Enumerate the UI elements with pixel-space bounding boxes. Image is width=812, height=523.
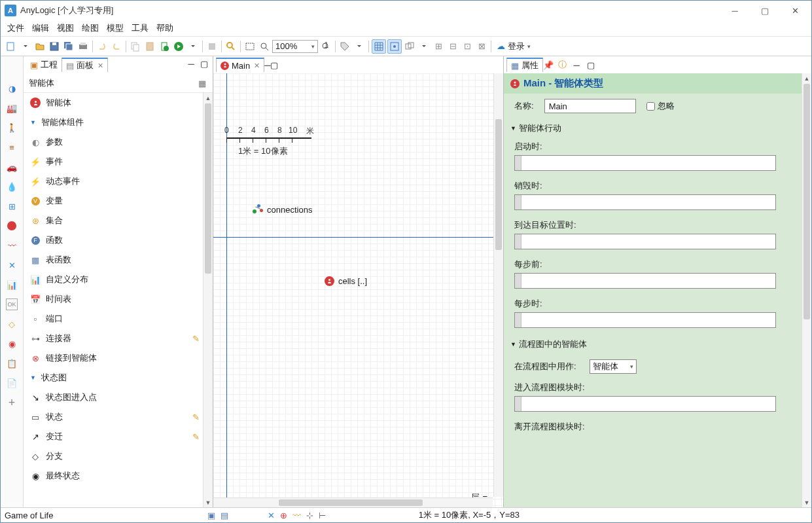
- undo-button[interactable]: [96, 39, 109, 54]
- tag-dropdown[interactable]: [353, 39, 366, 54]
- menu-draw[interactable]: 绘图: [82, 22, 99, 34]
- panel-min-icon[interactable]: ─: [186, 59, 196, 69]
- properties-scrollbar[interactable]: ▲▼: [802, 73, 811, 507]
- zoom-combo[interactable]: 100%▾: [272, 40, 318, 53]
- pin-icon[interactable]: 📌: [543, 60, 552, 70]
- tab-projects[interactable]: ▣工程: [26, 58, 62, 72]
- cells-object[interactable]: cells [..]: [325, 276, 367, 286]
- save-all-button[interactable]: [62, 39, 75, 54]
- rail-pedestrian-icon[interactable]: 🚶: [6, 122, 18, 134]
- close-tab-icon[interactable]: ✕: [254, 62, 260, 70]
- copy-button[interactable]: [129, 39, 142, 54]
- beforestep-input[interactable]: [514, 273, 776, 289]
- guides-button[interactable]: [403, 39, 416, 54]
- print-button[interactable]: [77, 39, 90, 54]
- stop-button[interactable]: [205, 39, 219, 54]
- rail-agent-icon[interactable]: [6, 220, 18, 232]
- palette-item-dynevent[interactable]: ⚡动态事件: [24, 171, 213, 191]
- canvas-v-scrollbar[interactable]: [493, 73, 503, 497]
- paste-button[interactable]: [143, 39, 156, 54]
- build-button[interactable]: [158, 39, 171, 54]
- tab-main[interactable]: Main✕: [216, 58, 264, 72]
- sb-console-icon[interactable]: ▣: [207, 511, 215, 520]
- minimize-button[interactable]: ─: [720, 1, 750, 20]
- palette-item-final[interactable]: ◉最终状态: [24, 466, 213, 486]
- run-button[interactable]: [172, 39, 185, 54]
- edit-icon[interactable]: ✎: [192, 334, 200, 344]
- panel-max-icon[interactable]: ▢: [200, 59, 209, 69]
- palette-item-branch[interactable]: ◇分支: [24, 446, 213, 466]
- menu-tools[interactable]: 工具: [132, 22, 149, 34]
- menu-edit[interactable]: 编辑: [32, 22, 49, 34]
- zoom-region-button[interactable]: [258, 39, 271, 54]
- group-button[interactable]: ⊡: [461, 39, 474, 54]
- close-tab-icon[interactable]: ✕: [97, 62, 103, 70]
- palette-section-statechart[interactable]: ▼状态图: [24, 368, 213, 388]
- rail-state-icon[interactable]: ◉: [6, 338, 18, 350]
- canvas[interactable]: ▶ ▼ 0 2 4 6 8 10 米 1米 = 10像素 connections: [213, 73, 503, 507]
- panel-max-icon[interactable]: ▢: [586, 60, 595, 70]
- tab-properties[interactable]: ▦属性: [506, 58, 543, 72]
- grid-toggle[interactable]: [372, 39, 386, 54]
- palette-item-entry[interactable]: ↘状态图进入点: [24, 388, 213, 407]
- zoom-actual-button[interactable]: 1: [319, 39, 332, 54]
- connections-object[interactable]: connections: [253, 204, 312, 215]
- palette-item-transition[interactable]: ↗变迁✎: [24, 427, 213, 446]
- palette-section-components[interactable]: ▼智能体组件: [24, 113, 213, 132]
- sb-line-icon[interactable]: 〰: [292, 511, 301, 520]
- rail-space-icon[interactable]: ✕: [6, 259, 18, 271]
- tag-button[interactable]: [338, 39, 351, 54]
- new-dropdown[interactable]: [19, 39, 32, 54]
- guides-dropdown[interactable]: [417, 39, 431, 54]
- rail-presentation-icon[interactable]: 〰: [6, 240, 18, 251]
- onstart-input[interactable]: [514, 155, 776, 171]
- palette-item-link[interactable]: ⊗链接到智能体: [24, 348, 213, 368]
- rail-road-icon[interactable]: 🚗: [6, 161, 18, 173]
- edit-icon[interactable]: ✎: [192, 432, 200, 442]
- open-button[interactable]: [33, 39, 46, 54]
- rail-controls-icon[interactable]: OK: [6, 298, 18, 310]
- rail-system-icon[interactable]: ⊞: [6, 200, 18, 212]
- tab-palette[interactable]: ▤面板✕: [62, 58, 108, 72]
- use-as-combo[interactable]: 智能体▾: [590, 359, 637, 374]
- rail-analysis-icon[interactable]: 📊: [6, 279, 18, 291]
- palette-item-customdist[interactable]: 📊自定义分布: [24, 270, 213, 289]
- canvas-h-scrollbar[interactable]: [213, 497, 493, 507]
- palette-scrollbar[interactable]: ▲▼: [203, 93, 213, 507]
- palette-item-tablefunc[interactable]: ▦表函数: [24, 250, 213, 270]
- snap-toggle[interactable]: [387, 39, 402, 54]
- rail-action-icon[interactable]: 📋: [6, 357, 18, 369]
- ungroup-button[interactable]: ⊠: [475, 39, 488, 54]
- name-input[interactable]: [544, 99, 636, 113]
- palette-item-parameter[interactable]: ◐参数: [24, 132, 213, 152]
- palette-item-agent[interactable]: 智能体: [24, 93, 213, 113]
- menu-file[interactable]: 文件: [7, 22, 24, 34]
- rail-picture-icon[interactable]: 📄: [6, 377, 18, 389]
- onarrival-input[interactable]: [514, 234, 776, 249]
- palette-item-variable[interactable]: V变量: [24, 191, 213, 211]
- section-flowchart[interactable]: ▼流程图中的智能体: [504, 334, 811, 354]
- edit-icon[interactable]: ✎: [192, 412, 200, 422]
- rail-add-icon[interactable]: +: [6, 397, 18, 408]
- section-agent-actions[interactable]: ▼智能体行动: [504, 118, 811, 138]
- run-dropdown[interactable]: [186, 39, 200, 54]
- palette-item-state[interactable]: ▭状态✎: [24, 407, 213, 427]
- ondestroy-input[interactable]: [514, 194, 776, 210]
- sb-agent-icon[interactable]: ⊕: [280, 511, 287, 520]
- distribute-button[interactable]: ⊟: [446, 39, 459, 54]
- menu-view[interactable]: 视图: [57, 22, 74, 34]
- rail-process-icon[interactable]: ◑: [6, 82, 18, 94]
- rail-factory-icon[interactable]: 🏭: [6, 102, 18, 114]
- sb-problems-icon[interactable]: ▤: [221, 511, 228, 520]
- sb-nav-icon[interactable]: ✕: [268, 511, 275, 520]
- menu-help[interactable]: 帮助: [156, 22, 173, 34]
- panel-max-icon[interactable]: ▢: [270, 60, 278, 70]
- new-button[interactable]: [5, 39, 18, 54]
- rail-connect-icon[interactable]: ◇: [6, 318, 18, 330]
- zoom-fit-button[interactable]: [243, 39, 256, 54]
- search-button[interactable]: [224, 39, 238, 54]
- help-icon[interactable]: ⓘ: [557, 59, 567, 71]
- palette-view-icon[interactable]: ▦: [198, 79, 207, 88]
- close-button[interactable]: ✕: [780, 1, 810, 20]
- sb-ruler-icon[interactable]: ⊢: [319, 511, 326, 520]
